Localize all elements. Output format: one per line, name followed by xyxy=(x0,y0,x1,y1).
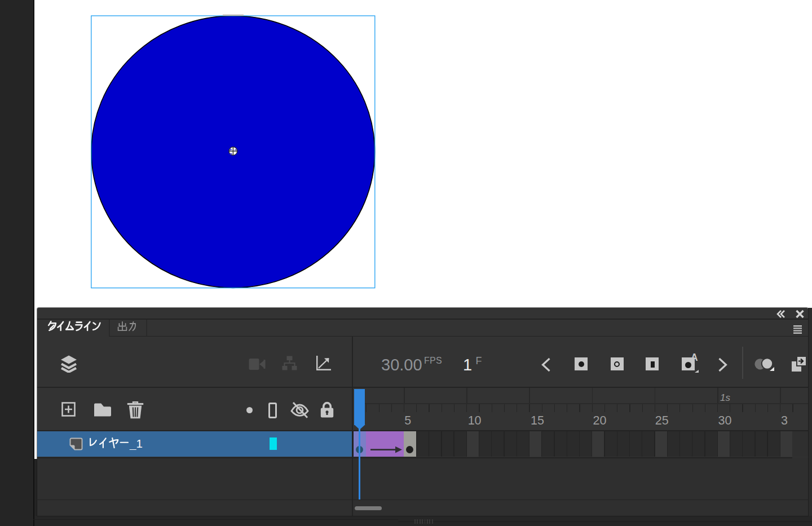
svg-text:_1: _1 xyxy=(129,437,143,450)
